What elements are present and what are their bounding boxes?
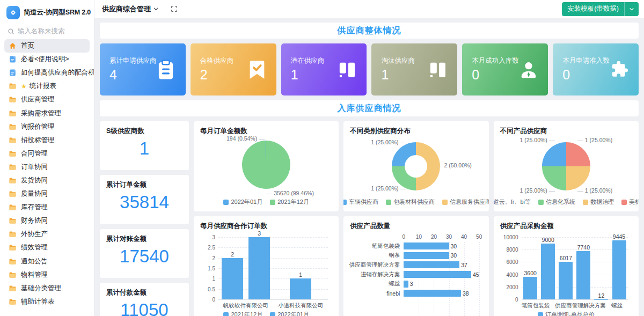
sidebar-item[interactable]: 招投标管理 [4, 134, 90, 147]
bar-value-label: 12 [598, 292, 605, 299]
install-template-button[interactable]: 安装模板(带数据) [562, 2, 639, 16]
sidebar-item-label: 财务协同 [21, 216, 48, 225]
chart-product-quantity: 供应产品数量01020304050笔筒包装袋30钢条30供应商管理解决方案37进… [343, 216, 488, 316]
legend-item[interactable]: 数据治理 [583, 198, 614, 206]
sidebar-item[interactable]: 质量协同 [4, 187, 90, 201]
folder-icon [9, 150, 17, 158]
sidebar-item-label: 供应商管理 [21, 95, 55, 104]
search-icon [8, 28, 14, 35]
legend-label: 订单明细-单品总价 [545, 311, 595, 316]
gridline [479, 242, 480, 316]
legend-swatch [386, 200, 391, 205]
sidebar-item-label: 如何提高供应商的配合积极性? [21, 68, 94, 77]
bar: 7740 [576, 251, 590, 299]
kpi-card-value: 35814 [106, 189, 182, 218]
pie-slice-label: 1 (25.00%) [519, 137, 547, 143]
folder-icon [9, 123, 17, 131]
bar-value-label: 30 [451, 252, 457, 259]
folder-icon [9, 95, 17, 104]
legend-item[interactable]: 车辆供应商 [343, 198, 378, 206]
legend-label: 2022年01月 [277, 311, 309, 316]
sidebar-item-label: 物料管理 [21, 270, 48, 280]
x-axis-label: 供应商管理解决方案 [555, 302, 606, 310]
bar-plot: 32.521.510.50231 [218, 237, 328, 299]
chart-product-purchase-amount: 供应产品采购金额10000800060004000200003600900060… [494, 216, 639, 316]
app-root: 简道云-协同型SRM 2.0 « 首页必看<使用说明>如何提高供应商的配合积极性… [0, 0, 644, 316]
pie-shape [542, 142, 590, 190]
stat-card: 累计申请供应商4 [100, 43, 186, 95]
sidebar-item[interactable]: 财务协同 [4, 214, 90, 227]
sidebar-item[interactable]: 采购需求管理 [4, 106, 90, 120]
sidebar: 简道云-协同型SRM 2.0 « 首页必看<使用说明>如何提高供应商的配合积极性… [0, 0, 94, 316]
page-title-dropdown[interactable]: 供应商综合管理 [102, 4, 159, 14]
y-axis-tick: 2 [212, 255, 215, 261]
sidebar-item[interactable]: 询报价管理 [4, 120, 90, 134]
bar: 9000 [541, 244, 555, 299]
chart-title: 不同产品供应商 [500, 127, 632, 136]
x-axis-tick: 0 [402, 234, 406, 240]
sidebar-item[interactable]: 库存管理 [4, 201, 90, 214]
bar-value-label: 1 [299, 271, 302, 278]
legend-item[interactable]: 订单明细-单品总价 [538, 311, 595, 316]
folder-icon [9, 217, 17, 225]
kpi-card: 累计付款金额11050 [100, 283, 189, 316]
legend-item[interactable]: 简道云、fr、bi等 [494, 198, 531, 206]
y-axis-tick: 4000 [506, 271, 518, 277]
folder-icon [9, 298, 17, 306]
sidebar-item[interactable]: 订单协同 [4, 160, 90, 174]
category-label: 螺丝 [389, 280, 400, 288]
sidebar-item-label: 质量协同 [21, 189, 48, 199]
fullscreen-button[interactable] [171, 5, 178, 12]
bar-group: 9445 [610, 237, 628, 299]
legend-item[interactable]: 2021年12月 [223, 311, 262, 316]
bar [404, 271, 471, 278]
search-input[interactable] [18, 27, 82, 35]
sidebar-item[interactable]: 合同管理 [4, 147, 90, 160]
folder-icon [9, 258, 17, 266]
section-inbound-header: 入库供应商情况 [100, 100, 639, 116]
legend-item[interactable]: 信息化系统 [538, 198, 575, 206]
legend-item[interactable]: 2022年01月 [270, 311, 309, 316]
legend-item[interactable]: 2022年01月 [223, 198, 262, 206]
pie-slice-label: 1 (25.00%) [371, 185, 398, 192]
sidebar-item[interactable]: 绩效管理 [4, 241, 90, 254]
sidebar-item[interactable]: 通知公告 [4, 255, 90, 268]
puzzle-icon [609, 59, 630, 80]
sidebar-item[interactable]: 供应商管理 [4, 93, 90, 106]
bar: 6017 [559, 262, 573, 299]
bar-plot: 1000080006000400020000360090006017774012… [522, 237, 628, 299]
sidebar-item[interactable]: 发货协同 [4, 174, 90, 187]
chart-legend: 2021年12月2022年01月 [200, 311, 332, 316]
sidebar-item[interactable]: 物料管理 [4, 268, 90, 282]
sidebar-item-label: 发货协同 [21, 176, 48, 185]
legend-item[interactable]: 信息服务供应商 [442, 198, 489, 206]
legend-item[interactable]: 包装材料供应商 [386, 198, 435, 206]
sidebar-item-label: 合同管理 [21, 149, 48, 158]
bar-value-label: 3 [410, 281, 413, 287]
sidebar-item[interactable]: 基础分类管理 [4, 282, 90, 295]
sidebar-header: 简道云-协同型SRM 2.0 « [0, 0, 94, 24]
legend-item[interactable]: 2021年12月 [270, 198, 309, 206]
chart-title: 不同类别供应商分布 [350, 127, 482, 136]
sidebar-item-label: 订单协同 [21, 163, 48, 172]
y-axis-tick: 6000 [506, 259, 518, 265]
legend-swatch [538, 200, 544, 205]
sidebar-item[interactable]: 首页 [4, 39, 90, 53]
x-axis-label [550, 302, 555, 310]
chart-product-supplier: 不同产品供应商1 (25.00%)1 (25.00%)1 (25.00%)1 (… [494, 121, 639, 211]
x-axis-label: 螺丝 [611, 302, 623, 310]
install-dropdown-arrow[interactable] [625, 6, 639, 12]
sidebar-item-label: 外协生产 [21, 230, 48, 239]
folder-icon [9, 271, 17, 279]
sidebar-item[interactable]: 外协生产 [4, 227, 90, 241]
folder-icon [9, 244, 17, 252]
bar-value-label: 3600 [524, 270, 537, 276]
legend-item[interactable]: 美机原料 [621, 198, 639, 206]
sidebar-item[interactable]: 必看<使用说明> [4, 53, 90, 66]
sidebar-item[interactable]: 辅助计算表 [4, 295, 90, 308]
sidebar-item[interactable]: ★统计报表 [4, 79, 90, 93]
bar [404, 281, 408, 288]
sidebar-item[interactable]: 如何提高供应商的配合积极性? [4, 66, 90, 79]
kpi-card-label: S级供应商数 [106, 127, 182, 136]
app-logo-icon [6, 6, 20, 19]
